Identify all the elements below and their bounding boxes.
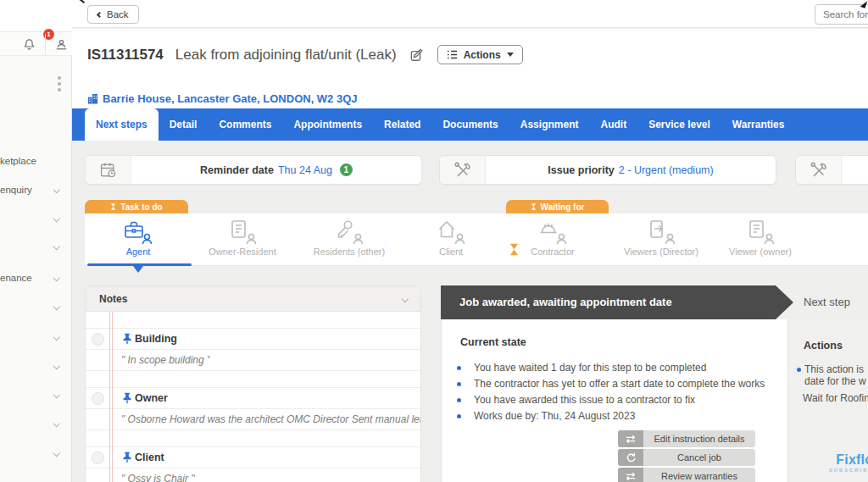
actions-heading: Actions bbox=[804, 340, 843, 352]
role-viewer-owner[interactable]: Viewer (owner) bbox=[709, 219, 811, 257]
pin-icon bbox=[122, 452, 132, 463]
note-text: " Osborne Howard was the architect OMC D… bbox=[121, 413, 420, 425]
caret-down-icon bbox=[507, 53, 514, 57]
role-client[interactable]: Client bbox=[400, 219, 502, 257]
chevron-down-icon bbox=[53, 274, 59, 281]
role-viewers-director[interactable]: Viewers (Director) bbox=[610, 219, 712, 257]
chevron-down-icon bbox=[53, 303, 59, 310]
tab-related[interactable]: Related bbox=[373, 108, 431, 141]
sidebar-item-enquiry[interactable]: enquiry bbox=[0, 184, 72, 197]
edit-instruction-details-button[interactable]: Edit instruction details bbox=[618, 430, 755, 447]
sidebar-item-maintenance[interactable]: enance bbox=[0, 272, 72, 285]
sidebar-item[interactable] bbox=[0, 447, 72, 461]
notes-title: Notes bbox=[99, 293, 403, 305]
partial-card[interactable] bbox=[795, 155, 868, 185]
note-radio[interactable] bbox=[92, 333, 104, 346]
actions-bullet: This action is date for the w bbox=[804, 363, 868, 387]
tab-warranties[interactable]: Warranties bbox=[721, 108, 796, 141]
notes-body: Building " In scope building " Owner bbox=[86, 312, 420, 482]
sidebar-item[interactable] bbox=[0, 241, 72, 254]
note-label: Building bbox=[135, 333, 177, 345]
tools-icon bbox=[440, 156, 486, 184]
reminder-date-card[interactable]: Reminder date Thu 24 Aug 1 bbox=[85, 155, 422, 185]
key-person-icon bbox=[335, 219, 364, 245]
edit-title-button[interactable] bbox=[410, 48, 424, 62]
tab-audit[interactable]: Audit bbox=[589, 108, 637, 141]
tab-appointments[interactable]: Appointments bbox=[282, 108, 373, 141]
note-text: " In scope building " bbox=[121, 354, 210, 366]
hardhat-person-icon bbox=[538, 219, 567, 245]
fixflo-logo: Fixflo SUBSCRIBE bbox=[829, 452, 868, 473]
briefcase-person-icon bbox=[124, 219, 153, 245]
concierge-button[interactable] bbox=[49, 32, 73, 56]
chevron-left-icon bbox=[97, 11, 103, 17]
review-warranties-button[interactable]: Review warranties bbox=[618, 468, 755, 482]
chevron-down-icon bbox=[53, 215, 59, 222]
property-address-link[interactable]: Barrie House, Lancaster Gate, LONDON, W2… bbox=[103, 92, 358, 105]
hourglass-icon bbox=[110, 202, 116, 211]
tools-icon bbox=[796, 156, 842, 184]
note-row-client[interactable]: Client bbox=[86, 447, 420, 468]
fixflo-tagline: SUBSCRIBE bbox=[829, 468, 868, 473]
tab-documents[interactable]: Documents bbox=[431, 108, 509, 141]
refresh-icon bbox=[618, 449, 643, 466]
tab-assignment[interactable]: Assignment bbox=[509, 108, 590, 141]
cancel-job-button[interactable]: Cancel job bbox=[618, 449, 755, 466]
sidebar-item[interactable] bbox=[0, 389, 72, 402]
sidebar-item[interactable] bbox=[0, 331, 72, 345]
note-radio[interactable] bbox=[92, 452, 104, 464]
kebab-menu[interactable] bbox=[54, 76, 64, 97]
issue-priority-card[interactable]: Issue priority 2 - Urgent (medium) bbox=[439, 155, 776, 185]
chevron-down-icon bbox=[53, 243, 59, 250]
title-row: IS11311574 Leak from adjoining flat/unit… bbox=[87, 45, 523, 64]
note-radio[interactable] bbox=[92, 392, 104, 405]
sidebar-item[interactable] bbox=[0, 301, 72, 314]
note-text-row: " In scope building " bbox=[86, 350, 420, 371]
waiting-for-badge: Waiting for bbox=[506, 200, 609, 213]
document-person-icon bbox=[228, 219, 257, 245]
sidebar-item[interactable] bbox=[0, 360, 72, 374]
document-person-icon bbox=[746, 219, 775, 245]
sidebar: 1 ketplace enquiry bbox=[0, 0, 72, 482]
tab-next-steps[interactable]: Next steps bbox=[85, 108, 159, 141]
role-contractor[interactable]: Contractor bbox=[502, 219, 604, 257]
sidebar-top bbox=[0, 0, 72, 32]
bell-icon bbox=[22, 37, 36, 52]
list-icon bbox=[447, 50, 458, 59]
issue-title: Leak from adjoining flat/unit (Leak) bbox=[175, 47, 397, 64]
next-step-label: Next step bbox=[804, 285, 850, 319]
notes-header[interactable]: Notes bbox=[86, 286, 420, 312]
notes-panel: Notes Building " In scope building " bbox=[85, 285, 421, 482]
sidebar-item-marketplace[interactable]: ketplace bbox=[0, 155, 72, 169]
building-icon bbox=[87, 93, 98, 104]
tab-comments[interactable]: Comments bbox=[208, 108, 282, 141]
role-residents-other[interactable]: Residents (other) bbox=[298, 219, 400, 257]
chevron-down-icon bbox=[401, 296, 408, 302]
current-step-title: Job awarded, awaiting appointment date bbox=[441, 285, 776, 319]
note-spacer-row bbox=[86, 312, 420, 329]
fixflo-issue-page: 1 ketplace enquiry bbox=[0, 0, 868, 482]
note-row-building[interactable]: Building bbox=[86, 329, 420, 350]
hourglass-icon bbox=[531, 202, 537, 211]
note-row-owner[interactable]: Owner bbox=[86, 388, 420, 409]
tab-service-level[interactable]: Service level bbox=[637, 108, 721, 141]
concierge-icon bbox=[54, 37, 69, 52]
sidebar-icon-row: 1 bbox=[0, 32, 72, 56]
active-role-pointer bbox=[133, 266, 143, 273]
sidebar-item[interactable] bbox=[0, 418, 72, 431]
swap-arrows-icon bbox=[618, 468, 643, 482]
cursor-artifact bbox=[75, 0, 85, 3]
next-steps-content: Reminder date Thu 24 Aug 1 Issue priorit… bbox=[72, 141, 868, 482]
sidebar-item[interactable] bbox=[0, 213, 72, 226]
note-label: Client bbox=[135, 452, 164, 463]
search-input[interactable] bbox=[815, 4, 868, 25]
main-area: Back IS11311574 Leak from adjoining flat… bbox=[72, 0, 868, 482]
back-button[interactable]: Back bbox=[87, 5, 139, 24]
tab-detail[interactable]: Detail bbox=[159, 108, 209, 141]
reminder-count-badge: 1 bbox=[340, 163, 353, 176]
notifications-button[interactable]: 1 bbox=[15, 32, 42, 56]
current-state-bullet: The contractor has yet to offer a start … bbox=[465, 378, 765, 390]
role-agent[interactable]: Agent bbox=[87, 219, 189, 257]
role-owner-resident[interactable]: Owner-Resident bbox=[192, 219, 293, 257]
actions-button[interactable]: Actions bbox=[437, 45, 523, 64]
